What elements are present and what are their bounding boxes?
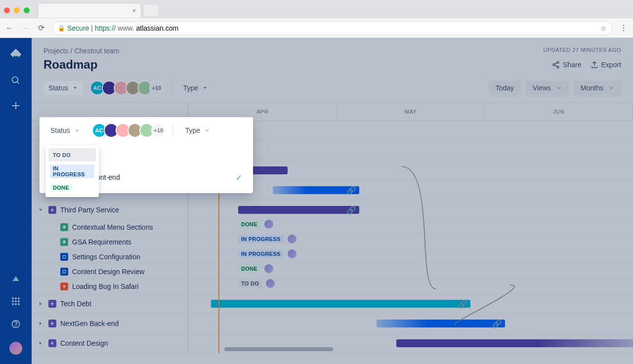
link-icon: 🔗: [346, 205, 356, 215]
type-filter[interactable]: Type: [180, 123, 215, 137]
status-option-in-progress[interactable]: IN PROGRESS: [48, 162, 96, 181]
month-label: JUN: [485, 103, 633, 121]
filter-bar: Status AC +10 Type Today Views Months: [32, 76, 633, 102]
subtask-row[interactable]: GSA Requirements IN PROGRESS: [32, 235, 633, 249]
today-button[interactable]: Today: [489, 81, 521, 95]
maximize-window-button[interactable]: [24, 7, 30, 13]
timeline-bar[interactable]: [396, 339, 633, 347]
svg-rect-12: [18, 303, 19, 305]
minimize-window-button[interactable]: [14, 7, 20, 13]
subtask-name: Contextual Menu Sections: [72, 223, 153, 231]
url-field[interactable]: 🔒 Secure | https://www.atlassian.com ☆: [52, 21, 612, 35]
assignee-avatar[interactable]: [264, 220, 273, 229]
timeline-bar[interactable]: 🔗: [238, 206, 359, 214]
svg-rect-21: [63, 270, 65, 273]
chevron-down-icon: [608, 85, 614, 91]
timeline-bar[interactable]: 🔗: [211, 300, 470, 308]
subtask-name: Loading Bug In Safari: [72, 283, 139, 290]
epic-name: Tech Debt: [60, 300, 91, 308]
svg-point-22: [63, 285, 65, 287]
assignee-avatars[interactable]: AC +10: [90, 81, 164, 95]
new-tab-button[interactable]: [144, 5, 158, 16]
status-filter-popover: Status TO DO IN PROGRESS DONE AC +10 Typ…: [40, 117, 253, 193]
chevron-down-icon: [72, 85, 78, 91]
help-icon[interactable]: [11, 319, 21, 331]
svg-line-1: [17, 82, 19, 84]
share-button[interactable]: Share: [552, 61, 581, 69]
back-button[interactable]: ←: [5, 24, 14, 33]
assignee-avatar[interactable]: [288, 235, 296, 243]
status-dropdown-menu: TO DO IN PROGRESS DONE: [45, 145, 99, 197]
close-tab-icon[interactable]: ×: [132, 7, 136, 14]
reload-button[interactable]: ⟳: [37, 23, 45, 33]
epic-row[interactable]: NextGen Back-end 🔗: [32, 314, 633, 333]
assignee-avatar[interactable]: [264, 264, 273, 273]
svg-point-15: [557, 61, 559, 63]
assignee-avatar[interactable]: [266, 279, 275, 288]
create-icon[interactable]: [10, 100, 21, 113]
expand-icon[interactable]: [37, 321, 44, 326]
assignee-avatar[interactable]: [288, 249, 296, 258]
svg-point-0: [12, 77, 18, 83]
link-icon: 🔗: [458, 299, 467, 309]
breadcrumb: Projects / Chestnut team: [43, 47, 544, 55]
main-content: UPDATED 27 MINUTES AGO Projects / Chestn…: [32, 38, 633, 364]
export-icon: [591, 61, 598, 69]
epic-row[interactable]: Third Party Service 🔗: [32, 200, 633, 220]
status-option-done[interactable]: DONE: [48, 181, 96, 194]
subtask-row[interactable]: Settings Configuration IN PROGRESS: [32, 249, 633, 264]
breadcrumb-team[interactable]: Chestnut team: [74, 47, 119, 55]
timeline-bar[interactable]: 🔗: [273, 186, 359, 194]
subtask-row[interactable]: Content Design Review DONE: [32, 264, 633, 279]
story-icon: [60, 223, 68, 231]
subtask-row[interactable]: Loading Bug In Safari TO DO: [32, 279, 633, 294]
tab-bar: ×: [0, 0, 633, 18]
status-badge: TO DO: [238, 280, 262, 287]
expand-icon[interactable]: [37, 340, 44, 346]
status-badge: DONE: [238, 220, 260, 228]
status-filter[interactable]: Status: [43, 81, 83, 95]
jira-logo-icon[interactable]: [9, 48, 22, 63]
browser-tab[interactable]: ×: [38, 3, 141, 18]
epic-name: Third Party Service: [60, 206, 119, 214]
status-filter-open[interactable]: Status TO DO IN PROGRESS DONE: [45, 123, 85, 137]
avatar-more[interactable]: +10: [149, 81, 164, 95]
subtask-row[interactable]: Contextual Menu Sections DONE: [32, 220, 633, 235]
views-dropdown[interactable]: Views: [526, 81, 569, 95]
status-option-todo[interactable]: TO DO: [48, 148, 96, 162]
close-window-button[interactable]: [4, 7, 10, 13]
svg-line-18: [555, 63, 557, 64]
avatar-more[interactable]: +10: [151, 123, 166, 138]
timeline-bar[interactable]: 🔗: [377, 320, 505, 327]
epic-row[interactable]: Tech Debt 🔗: [32, 294, 633, 314]
notifications-icon[interactable]: [11, 274, 21, 285]
svg-rect-4: [12, 298, 14, 299]
export-button[interactable]: Export: [591, 61, 621, 69]
share-label: Share: [563, 61, 581, 69]
window-controls: [4, 7, 30, 13]
page-title: Roadmap: [43, 58, 97, 72]
profile-avatar[interactable]: [9, 342, 22, 355]
apps-icon[interactable]: [11, 296, 21, 308]
collapse-icon[interactable]: [37, 207, 44, 213]
months-dropdown[interactable]: Months: [574, 81, 621, 95]
chevron-down-icon: [74, 127, 80, 133]
search-icon[interactable]: [11, 76, 21, 87]
expand-icon[interactable]: [37, 301, 44, 307]
type-filter[interactable]: Type: [178, 81, 213, 95]
breadcrumb-projects[interactable]: Projects: [43, 47, 69, 55]
global-sidebar: [0, 38, 32, 364]
page-header: UPDATED 27 MINUTES AGO Projects / Chestn…: [32, 38, 633, 76]
assignee-avatars[interactable]: AC +10: [92, 123, 166, 138]
secure-label: Secure: [67, 24, 89, 32]
epic-icon: [48, 339, 56, 347]
bookmark-icon[interactable]: ☆: [600, 24, 607, 32]
menu-icon[interactable]: ⋮: [619, 23, 628, 33]
updated-label: UPDATED 27 MINUTES AGO: [544, 47, 622, 53]
svg-rect-6: [18, 298, 19, 299]
link-icon: 🔗: [346, 186, 356, 195]
chevron-down-icon: [556, 85, 562, 91]
horizontal-scrollbar[interactable]: [224, 347, 333, 351]
task-icon: [60, 253, 68, 261]
month-label: MAY: [337, 103, 485, 121]
